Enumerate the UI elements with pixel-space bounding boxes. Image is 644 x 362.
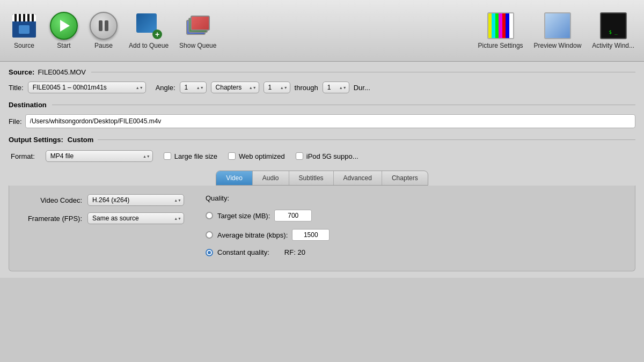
source-label: Source xyxy=(14,42,34,49)
tabs-container: Video Audio Subtitles Advanced Chapters xyxy=(9,171,635,186)
start-icon xyxy=(50,12,78,40)
title-label: Title: xyxy=(9,84,24,92)
tab-subtitles[interactable]: Subtitles xyxy=(289,171,334,185)
source-divider xyxy=(91,72,635,72)
source-field-label: Source: xyxy=(9,68,34,76)
source-button[interactable]: Source xyxy=(5,10,43,51)
pause-icon xyxy=(90,12,118,40)
angle-select-wrap: 1 xyxy=(180,82,207,93)
angle-select[interactable]: 1 xyxy=(180,82,207,93)
format-select-wrap: MP4 file xyxy=(46,150,153,162)
file-path-input[interactable] xyxy=(25,114,635,128)
constant-quality-value: RF: 20 xyxy=(284,248,305,256)
codec-select[interactable]: H.264 (x264) xyxy=(87,194,184,206)
target-size-label: Target size (MB): xyxy=(217,212,270,220)
tab-chapters[interactable]: Chapters xyxy=(382,171,428,185)
web-optimized-checkbox[interactable] xyxy=(228,152,236,160)
target-size-radio[interactable] xyxy=(206,212,213,219)
ipod-label: iPod 5G suppo... xyxy=(306,152,358,160)
avg-bitrate-radio[interactable] xyxy=(206,231,213,239)
destination-divider xyxy=(52,105,635,105)
video-left: Video Codec: H.264 (x264) Framerate (FPS… xyxy=(18,194,184,260)
video-settings: Video Codec: H.264 (x264) Framerate (FPS… xyxy=(18,194,626,260)
output-preset-label: Custom xyxy=(68,136,93,144)
constant-quality-row: Constant quality: RF: 20 xyxy=(206,248,626,256)
picture-settings-button[interactable]: Picture Settings xyxy=(474,10,528,51)
angle-label: Angle: xyxy=(156,84,175,92)
large-file-checkbox[interactable] xyxy=(164,152,171,160)
picture-settings-icon xyxy=(487,12,515,40)
tab-advanced[interactable]: Advanced xyxy=(334,171,382,185)
tab-bar: Video Audio Subtitles Advanced Chapters xyxy=(216,171,428,186)
destination-label: Destination xyxy=(9,101,47,109)
ipod-group: iPod 5G suppo... xyxy=(296,152,358,160)
quality-label: Quality: xyxy=(206,194,229,202)
tab-content-video: Video Codec: H.264 (x264) Framerate (FPS… xyxy=(9,186,635,271)
show-queue-label: Show Queue xyxy=(179,42,216,49)
source-filename: FILE0045.MOV xyxy=(38,68,86,76)
range-end-wrap: 1 xyxy=(323,82,349,93)
add-queue-label: Add to Queue xyxy=(129,42,169,49)
web-optimized-label: Web optimized xyxy=(239,152,285,160)
preview-window-button[interactable]: Preview Window xyxy=(530,10,586,51)
tab-audio[interactable]: Audio xyxy=(253,171,289,185)
large-file-label: Large file size xyxy=(174,152,217,160)
constant-quality-label: Constant quality: xyxy=(217,248,269,256)
show-queue-icon xyxy=(184,12,212,40)
toolbar: Source Start Pause + Add to Queue xyxy=(0,0,644,62)
through-label: through xyxy=(295,84,318,92)
title-select[interactable]: FILE0045 1 – 00h01m41s xyxy=(28,82,146,93)
output-settings-label: Output Settings: xyxy=(9,136,63,144)
range-end-select[interactable]: 1 xyxy=(323,82,349,93)
video-right: Quality: Target size (MB): Average bitra… xyxy=(206,194,626,260)
avg-bitrate-input[interactable] xyxy=(292,229,330,241)
activity-window-button[interactable]: $ _ Activity Wind... xyxy=(588,10,639,51)
target-size-row: Target size (MB): xyxy=(206,210,626,221)
activity-window-icon: $ _ xyxy=(599,12,627,40)
web-optimized-group: Web optimized xyxy=(228,152,285,160)
avg-bitrate-label: Average bitrate (kbps): xyxy=(217,231,288,239)
main-content: Source: FILE0045.MOV Title: FILE0045 1 –… xyxy=(0,62,644,278)
range-start-select[interactable]: 1 xyxy=(264,82,290,93)
framerate-label: Framerate (FPS): xyxy=(18,215,82,223)
ipod-checkbox[interactable] xyxy=(296,152,303,160)
destination-header: Destination xyxy=(9,101,635,109)
activity-window-label: Activity Wind... xyxy=(592,42,634,49)
preview-window-label: Preview Window xyxy=(534,42,582,49)
framerate-select-wrap: Same as source xyxy=(87,212,184,224)
preview-window-icon xyxy=(544,12,572,40)
add-queue-button[interactable]: + Add to Queue xyxy=(125,10,173,51)
range-start-wrap: 1 xyxy=(264,82,290,93)
target-size-input[interactable] xyxy=(274,210,312,221)
add-queue-icon: + xyxy=(135,12,163,40)
format-label: Format: xyxy=(11,152,35,160)
constant-quality-radio[interactable] xyxy=(206,249,213,256)
framerate-select[interactable]: Same as source xyxy=(87,212,184,224)
title-select-wrap: FILE0045 1 – 00h01m41s xyxy=(28,82,146,93)
picture-settings-label: Picture Settings xyxy=(478,42,523,49)
avg-bitrate-row: Average bitrate (kbps): xyxy=(206,229,626,241)
pause-button[interactable]: Pause xyxy=(85,10,122,51)
output-divider xyxy=(98,139,635,140)
format-select[interactable]: MP4 file xyxy=(46,150,153,162)
source-row: Source: FILE0045.MOV xyxy=(9,68,635,76)
quality-header-row: Quality: xyxy=(206,194,626,202)
codec-label: Video Codec: xyxy=(18,196,82,204)
start-button[interactable]: Start xyxy=(45,10,83,51)
large-file-group: Large file size xyxy=(164,152,217,160)
codec-row: Video Codec: H.264 (x264) xyxy=(18,194,184,206)
chapters-select[interactable]: Chapters xyxy=(211,82,259,93)
title-row: Title: FILE0045 1 – 00h01m41s Angle: 1 C… xyxy=(9,82,635,93)
destination-row: File: xyxy=(9,114,635,128)
tab-video[interactable]: Video xyxy=(216,171,252,185)
format-row: Format: MP4 file Large file size Web opt… xyxy=(9,150,635,162)
output-settings-row: Output Settings: Custom xyxy=(9,136,635,144)
chapters-select-wrap: Chapters xyxy=(211,82,259,93)
file-label: File: xyxy=(9,117,22,125)
start-label: Start xyxy=(57,42,70,49)
source-icon xyxy=(10,12,38,40)
codec-select-wrap: H.264 (x264) xyxy=(87,194,184,206)
pause-label: Pause xyxy=(94,42,113,49)
duration-label: Dur... xyxy=(354,84,370,92)
show-queue-button[interactable]: Show Queue xyxy=(175,10,221,51)
